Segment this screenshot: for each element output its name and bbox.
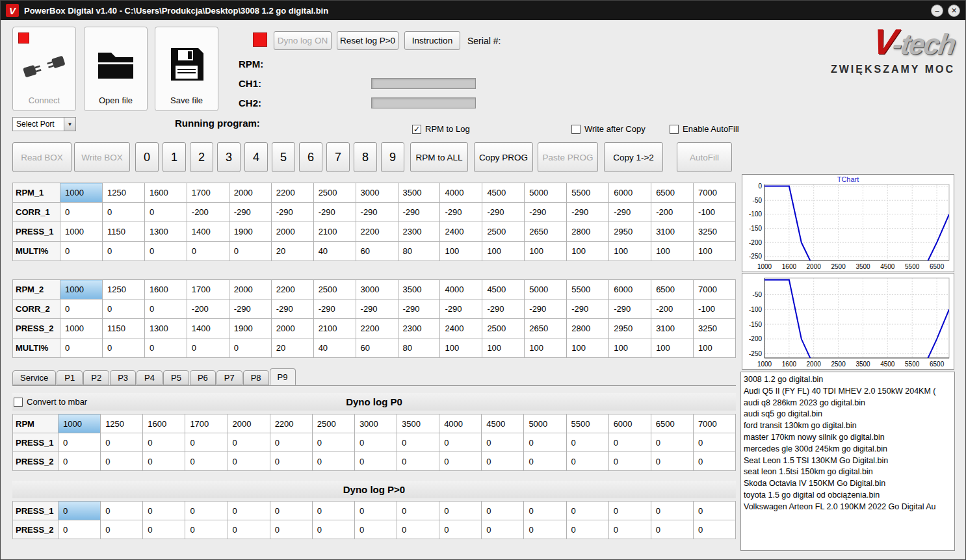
grid-cell[interactable]: 80 [398, 338, 440, 358]
digit-button-3[interactable]: 3 [217, 142, 241, 172]
grid-cell[interactable]: -200 [651, 203, 694, 222]
grid-cell[interactable]: 100 [482, 338, 525, 358]
grid-cell[interactable]: 0 [143, 502, 185, 520]
grid-cell[interactable]: -290 [609, 203, 651, 222]
grid-cell[interactable]: 2800 [567, 222, 609, 242]
grid-cell[interactable]: 0 [397, 433, 439, 452]
file-list-item[interactable]: mercedes gle 300d 245km go digital.bin [744, 444, 952, 455]
grid-cell[interactable]: 0 [397, 502, 439, 520]
grid-cell[interactable]: -290 [567, 203, 609, 222]
grid-cell[interactable]: 100 [440, 338, 482, 358]
grid-cell[interactable]: 0 [102, 338, 144, 358]
grid-cell[interactable]: 1400 [187, 319, 229, 338]
grid-cell[interactable]: 2950 [609, 319, 651, 338]
grid-cell[interactable]: 1600 [143, 414, 185, 433]
grid-cell[interactable]: 5500 [567, 280, 609, 299]
grid-cell[interactable]: 2000 [228, 414, 270, 433]
grid-cell[interactable]: -100 [694, 299, 736, 319]
tab-p8[interactable]: P8 [243, 370, 269, 385]
autofill-button[interactable]: AutoFill [677, 142, 732, 172]
grid-cell[interactable]: 1600 [144, 280, 187, 299]
grid-cell[interactable]: 0 [524, 520, 566, 539]
grid-cell[interactable]: 2200 [271, 183, 313, 203]
grid-cell[interactable]: 1000 [59, 414, 101, 433]
enable-autofill-checkbox[interactable]: Enable AutoFill [670, 124, 739, 134]
close-button[interactable]: ✕ [948, 5, 960, 17]
grid-cell[interactable]: 40 [313, 242, 356, 261]
reset-log-button[interactable]: Reset log P>0 [337, 31, 398, 50]
file-list-item[interactable]: Seat Leon 1.5 TSI 130KM Go Digital.bin [744, 455, 952, 467]
grid-cell[interactable]: 0 [60, 242, 103, 261]
grid-cell[interactable]: 0 [354, 520, 397, 539]
grid-cell[interactable]: -290 [567, 299, 609, 319]
digit-button-8[interactable]: 8 [354, 142, 377, 172]
grid-cell[interactable]: 0 [608, 502, 651, 520]
grid-cell[interactable]: 0 [312, 502, 354, 520]
grid-cell[interactable]: 2650 [525, 222, 567, 242]
grid-cell[interactable]: 0 [185, 520, 228, 539]
grid-cell[interactable]: 0 [143, 452, 185, 471]
file-list-item[interactable]: 3008 1.2 go digital.bin [744, 374, 952, 386]
file-list-item[interactable]: Volkswagen Arteon FL 2.0 190KM 2022 Go D… [744, 502, 952, 513]
file-list[interactable]: 3008 1.2 go digital.binAudi Q5 II (FY FL… [740, 372, 955, 551]
grid-cell[interactable]: 1700 [187, 183, 229, 203]
grid-cell[interactable]: 100 [525, 242, 567, 261]
grid-cell[interactable]: -100 [694, 203, 736, 222]
grid-cell[interactable]: 100 [567, 338, 609, 358]
grid-cell[interactable]: 100 [609, 338, 651, 358]
grid-cell[interactable]: 2400 [440, 222, 482, 242]
grid-cell[interactable]: 2200 [271, 280, 313, 299]
grid-cell[interactable]: 2200 [270, 414, 312, 433]
grid-cell[interactable]: 0 [144, 338, 187, 358]
grid-cell[interactable]: 0 [60, 299, 103, 319]
grid-cell[interactable]: 1900 [229, 319, 271, 338]
grid-cell[interactable]: 0 [144, 299, 187, 319]
grid-cell[interactable]: 0 [229, 242, 271, 261]
grid-cell[interactable]: 0 [185, 502, 228, 520]
grid-cell[interactable]: 2500 [482, 222, 525, 242]
grid-cell[interactable]: 0 [439, 433, 482, 452]
instruction-button[interactable]: Instruction [404, 31, 460, 50]
grid-cell[interactable]: 2300 [398, 319, 440, 338]
digit-button-7[interactable]: 7 [326, 142, 350, 172]
select-port-dropdown[interactable]: Select Port ▼ [12, 117, 76, 131]
convert-to-mbar-checkbox[interactable]: Convert to mbar [14, 397, 87, 407]
grid-cell[interactable]: 3500 [398, 280, 440, 299]
grid-cell[interactable]: 0 [102, 203, 144, 222]
grid-cell[interactable]: 4500 [482, 414, 524, 433]
tab-p4[interactable]: P4 [137, 370, 163, 385]
grid-cell[interactable]: 40 [313, 338, 356, 358]
grid-cell[interactable]: 0 [187, 338, 229, 358]
grid-cell[interactable]: 3500 [397, 414, 439, 433]
grid-cell[interactable]: 2950 [609, 222, 651, 242]
grid-cell[interactable]: 6000 [609, 280, 651, 299]
grid-cell[interactable]: 2500 [313, 183, 356, 203]
grid-cell[interactable]: 0 [270, 502, 312, 520]
grid-cell[interactable]: 0 [101, 502, 143, 520]
tab-p2[interactable]: P2 [83, 370, 109, 385]
grid-cell[interactable]: 1400 [187, 222, 229, 242]
digit-button-0[interactable]: 0 [135, 142, 159, 172]
grid-cell[interactable]: 0 [102, 242, 144, 261]
grid-cell[interactable]: 6500 [651, 414, 693, 433]
grid-cell[interactable]: 6000 [608, 414, 651, 433]
grid-cell[interactable]: 0 [59, 520, 101, 539]
grid-cell[interactable]: 2200 [356, 222, 398, 242]
grid-cell[interactable]: 0 [693, 452, 735, 471]
grid-cell[interactable]: 7000 [693, 414, 735, 433]
grid-cell[interactable]: 0 [102, 299, 144, 319]
tab-p7[interactable]: P7 [216, 370, 242, 385]
grid-cell[interactable]: 2300 [398, 222, 440, 242]
grid-cell[interactable]: -290 [525, 203, 567, 222]
open-file-button[interactable]: Open file [84, 27, 148, 111]
grid-cell[interactable]: 100 [694, 242, 736, 261]
grid-cell[interactable]: 1300 [144, 319, 187, 338]
grid-cell[interactable]: -290 [525, 299, 567, 319]
grid-cell[interactable]: 1150 [102, 222, 144, 242]
grid-cell[interactable]: -290 [440, 203, 482, 222]
file-list-item[interactable]: Audi Q5 II (FY FL) 40 TDI MHEV 2.0 150kW… [744, 386, 952, 398]
grid-cell[interactable]: 5500 [566, 414, 608, 433]
grid-cell[interactable]: 2100 [313, 319, 356, 338]
grid-cell[interactable]: 0 [228, 452, 270, 471]
grid-cell[interactable]: 3250 [694, 222, 736, 242]
